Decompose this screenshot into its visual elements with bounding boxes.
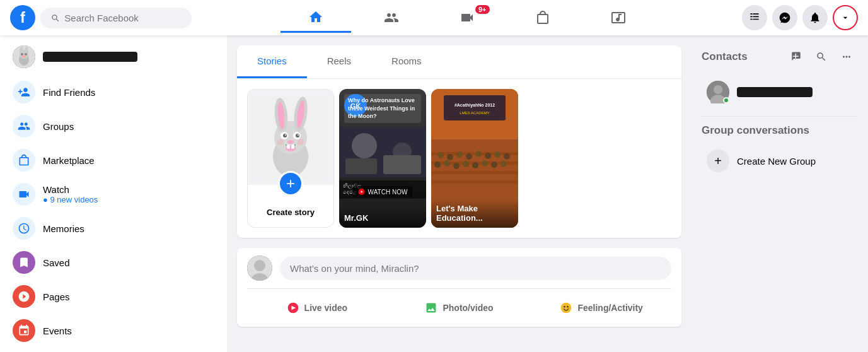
profile-name-redacted <box>43 52 137 62</box>
svg-point-48 <box>475 151 482 157</box>
saved-icon <box>18 256 30 269</box>
svg-point-44 <box>437 152 444 158</box>
photo-video-button[interactable]: Photo/video <box>390 296 529 319</box>
svg-point-68 <box>561 303 572 314</box>
svg-point-7 <box>22 55 26 57</box>
stories-tabs: Stories Reels Rooms <box>237 45 681 79</box>
find-friends-icon <box>18 86 30 98</box>
sidebar-item-saved[interactable]: Saved <box>5 246 222 279</box>
svg-point-19 <box>285 134 286 136</box>
svg-rect-33 <box>383 155 421 174</box>
svg-rect-32 <box>345 158 377 174</box>
new-chat-icon <box>790 51 802 62</box>
avatar-image <box>13 45 35 68</box>
groups-icon <box>18 120 30 132</box>
online-indicator <box>723 97 729 103</box>
edu-story-overlay: Let's Make Education... <box>431 199 518 228</box>
left-sidebar: Find Friends Groups Marketplace Watch ● … <box>0 35 227 352</box>
svg-point-64 <box>254 260 265 271</box>
svg-point-57 <box>482 160 488 167</box>
svg-point-70 <box>567 306 569 308</box>
topnav-center: 9+ <box>197 3 737 33</box>
post-what-on-mind-input[interactable] <box>280 257 671 280</box>
center-content: Stories Reels Rooms <box>227 35 692 352</box>
account-menu-button[interactable] <box>833 5 858 30</box>
svg-text:#AcathiyahNo 2012: #AcathiyahNo 2012 <box>454 103 495 108</box>
sidebar-item-watch[interactable]: Watch ● 9 new videos <box>5 178 222 211</box>
post-user-avatar <box>247 255 272 281</box>
new-chat-button[interactable] <box>785 45 807 68</box>
memories-icon-bg <box>13 217 35 240</box>
bugs-bunny-illustration <box>253 97 328 179</box>
feeling-activity-button[interactable]: Feeling/Activity <box>531 296 671 319</box>
marketplace-sidebar-icon <box>18 154 30 167</box>
memories-icon <box>18 222 30 235</box>
tab-stories[interactable]: Stories <box>237 45 307 78</box>
svg-point-18 <box>296 134 299 138</box>
svg-point-17 <box>283 134 287 138</box>
svg-point-51 <box>504 153 510 160</box>
chevron-down-icon <box>840 13 850 23</box>
svg-text:LMES ACADEMY: LMES ACADEMY <box>460 111 489 115</box>
marketplace-sidebar-label: Marketplace <box>43 155 95 166</box>
contact-item[interactable] <box>702 76 858 109</box>
nav-home-button[interactable] <box>281 3 351 33</box>
svg-point-54 <box>453 163 460 169</box>
grid-menu-button[interactable] <box>742 5 767 30</box>
feeling-icon <box>560 302 572 314</box>
profile-avatar <box>13 45 35 68</box>
svg-point-49 <box>485 153 491 159</box>
saved-label: Saved <box>43 257 70 268</box>
svg-rect-25 <box>287 144 290 149</box>
marketplace-icon <box>535 10 550 25</box>
create-story-plus-button[interactable]: + <box>278 171 303 196</box>
events-label: Events <box>43 326 72 336</box>
story-mrgk[interactable]: GK Why do Astronauts Love these Weirdest… <box>339 89 426 228</box>
sidebar-item-groups[interactable]: Groups <box>5 110 222 143</box>
contacts-divider <box>702 116 858 117</box>
right-sidebar: Contacts <box>692 35 868 352</box>
sidebar-item-pages[interactable]: Pages <box>5 280 222 313</box>
search-contacts-button[interactable] <box>810 45 833 68</box>
tab-reels[interactable]: Reels <box>307 45 371 78</box>
svg-rect-42 <box>431 171 518 174</box>
saved-icon-bg <box>13 251 35 274</box>
sidebar-item-marketplace[interactable]: Marketplace <box>5 144 222 177</box>
create-story-card[interactable]: + Create story <box>247 89 334 228</box>
more-contacts-button[interactable] <box>835 45 858 68</box>
sidebar-item-find-friends[interactable]: Find Friends <box>5 76 222 109</box>
svg-point-55 <box>463 161 469 167</box>
nav-watch-button[interactable]: 9+ <box>432 3 502 33</box>
facebook-logo[interactable]: f <box>10 5 35 30</box>
search-icon <box>50 13 59 23</box>
friends-icon <box>384 10 399 25</box>
tab-rooms[interactable]: Rooms <box>371 45 442 78</box>
gaming-icon <box>611 10 626 25</box>
live-video-icon <box>287 302 299 314</box>
nav-friends-button[interactable] <box>356 3 427 33</box>
live-video-button[interactable]: Live video <box>247 296 387 319</box>
search-box[interactable] <box>40 8 192 28</box>
topnav-left: f <box>10 5 192 30</box>
events-icon <box>18 324 30 337</box>
post-avatar-img <box>247 255 272 281</box>
contact-avatar <box>707 81 729 103</box>
notifications-button[interactable] <box>802 5 828 30</box>
create-story-img-area: + <box>248 90 333 185</box>
contact-name-redacted <box>737 87 813 97</box>
search-input[interactable] <box>64 13 182 23</box>
watch-sidebar-icon <box>18 188 30 201</box>
sidebar-item-events[interactable]: Events <box>5 314 222 347</box>
svg-point-53 <box>444 160 450 167</box>
nav-marketplace-button[interactable] <box>507 3 578 33</box>
svg-point-58 <box>491 161 497 168</box>
create-group-plus-icon: + <box>707 150 729 172</box>
messenger-button[interactable] <box>772 5 797 30</box>
sidebar-item-memories[interactable]: Memories <box>5 212 222 245</box>
svg-rect-43 <box>431 180 518 184</box>
nav-gaming-button[interactable] <box>583 3 654 33</box>
events-icon-bg <box>13 319 35 342</box>
create-new-group-button[interactable]: + Create New Group <box>702 144 858 177</box>
profile-block[interactable] <box>5 40 222 73</box>
story-education[interactable]: LA <box>431 89 518 228</box>
